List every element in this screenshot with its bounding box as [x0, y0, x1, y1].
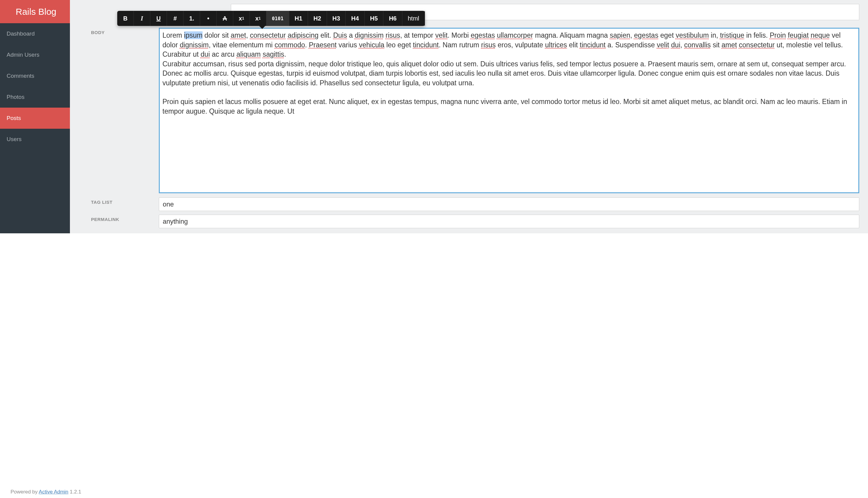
hash-button[interactable]: # — [167, 11, 184, 26]
bullet-list-button[interactable]: • — [200, 11, 217, 26]
h1-button[interactable]: H1 — [289, 11, 308, 26]
tag-list-input[interactable] — [159, 197, 859, 211]
strikethrough-button[interactable]: A — [217, 11, 233, 26]
body-editor[interactable]: Lorem ipsum dolor sit amet, consectetur … — [159, 28, 859, 193]
sidebar-item-posts[interactable]: Posts — [0, 108, 70, 129]
selected-text: ipsum — [184, 31, 202, 39]
permalink-input[interactable] — [159, 215, 859, 228]
body-paragraph-3: Proin quis sapien et lacus mollis posuer… — [162, 97, 856, 116]
subscript-button[interactable]: x1 — [233, 11, 250, 26]
italic-button[interactable]: I — [134, 11, 150, 26]
sidebar-item-users[interactable]: Users — [0, 129, 70, 150]
body-paragraph-1: Lorem ipsum dolor sit amet, consectetur … — [162, 31, 856, 60]
editor-toolbar: B I U # 1. • A x1 x1 0101 H1 H2 H3 H4 H5… — [117, 11, 425, 26]
html-button[interactable]: html — [402, 11, 425, 26]
code-button[interactable]: 0101 — [266, 11, 289, 26]
sidebar-nav: Dashboard Admin Users Comments Photos Po… — [0, 23, 70, 150]
superscript-button[interactable]: x1 — [250, 11, 266, 26]
sidebar-item-photos[interactable]: Photos — [0, 87, 70, 108]
main-content: BODY Lorem ipsum dolor sit amet, consect… — [70, 0, 868, 233]
ordered-list-button[interactable]: 1. — [184, 11, 200, 26]
permalink-label: PERMALINK — [91, 217, 119, 222]
sidebar-item-comments[interactable]: Comments — [0, 65, 70, 87]
tag-list-label: TAG LIST — [91, 199, 112, 205]
app-title: Rails Blog — [0, 0, 70, 23]
h6-button[interactable]: H6 — [383, 11, 402, 26]
sidebar: Rails Blog Dashboard Admin Users Comment… — [0, 0, 70, 233]
h2-button[interactable]: H2 — [308, 11, 327, 26]
h5-button[interactable]: H5 — [365, 11, 384, 26]
h4-button[interactable]: H4 — [346, 11, 365, 26]
body-paragraph-2: Curabitur accumsan, risus sed porta dign… — [162, 60, 856, 88]
bold-button[interactable]: B — [117, 11, 134, 26]
toolbar-arrow-icon — [259, 26, 266, 29]
underline-button[interactable]: U — [150, 11, 167, 26]
sidebar-item-dashboard[interactable]: Dashboard — [0, 23, 70, 44]
h3-button[interactable]: H3 — [327, 11, 346, 26]
sidebar-item-admin-users[interactable]: Admin Users — [0, 44, 70, 65]
body-label: BODY — [91, 30, 105, 35]
